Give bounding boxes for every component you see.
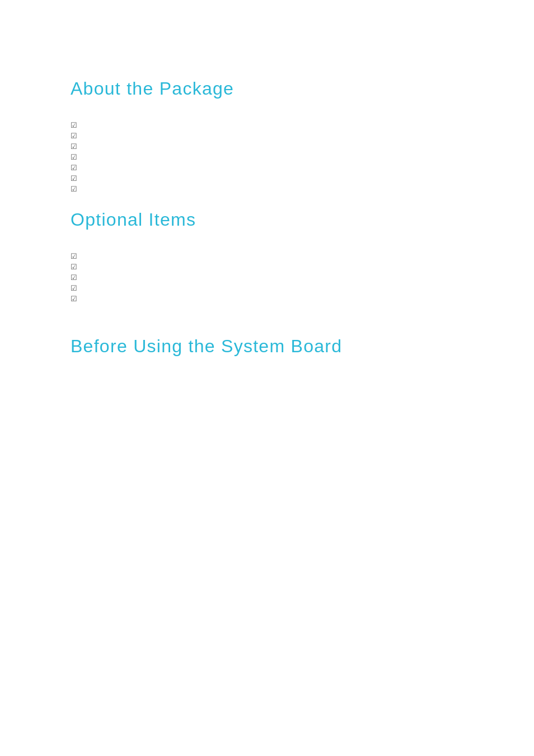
checkbox-icon: ☑: [71, 185, 77, 193]
before-title: Before Using the System Board: [71, 336, 463, 357]
checkbox-icon: ☑: [71, 164, 77, 171]
section-before: Before Using the System Board: [71, 336, 463, 357]
page-container: About the Package ☑ ☑ ☑ ☑ ☑ ☑ ☑: [0, 0, 534, 424]
about-title: About the Package: [71, 78, 463, 99]
list-item: ☑: [71, 122, 463, 129]
checkbox-icon: ☑: [71, 143, 77, 150]
list-item: ☑: [71, 274, 463, 281]
list-item: ☑: [71, 253, 463, 260]
list-item: ☑: [71, 143, 463, 150]
checkbox-icon: ☑: [71, 284, 77, 292]
top-spacer: [71, 45, 463, 78]
list-item: ☑: [71, 185, 463, 193]
checkbox-icon: ☑: [71, 153, 77, 161]
list-item: ☑: [71, 175, 463, 182]
optional-title: Optional Items: [71, 209, 463, 230]
about-checkbox-list: ☑ ☑ ☑ ☑ ☑ ☑ ☑: [71, 122, 463, 193]
checkbox-icon: ☑: [71, 253, 77, 260]
list-item: ☑: [71, 132, 463, 139]
checkbox-icon: ☑: [71, 132, 77, 139]
optional-checkbox-list: ☑ ☑ ☑ ☑ ☑: [71, 253, 463, 302]
checkbox-icon: ☑: [71, 295, 77, 302]
section-about: About the Package ☑ ☑ ☑ ☑ ☑ ☑ ☑: [71, 45, 463, 193]
list-item: ☑: [71, 153, 463, 161]
list-item: ☑: [71, 263, 463, 270]
checkbox-icon: ☑: [71, 175, 77, 182]
list-item: ☑: [71, 164, 463, 171]
checkbox-icon: ☑: [71, 122, 77, 129]
section-optional: Optional Items ☑ ☑ ☑ ☑ ☑: [71, 209, 463, 302]
list-item: ☑: [71, 295, 463, 302]
list-item: ☑: [71, 284, 463, 292]
checkbox-icon: ☑: [71, 274, 77, 281]
checkbox-icon: ☑: [71, 263, 77, 270]
